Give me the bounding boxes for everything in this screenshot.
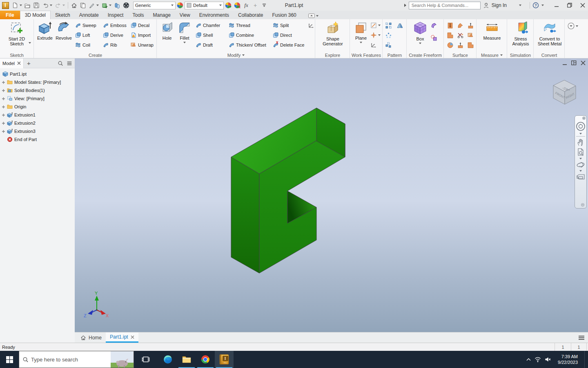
ribbon-collapse-button[interactable]	[568, 22, 578, 29]
parameters-fx-button[interactable]: fx	[242, 1, 251, 9]
taskbar-chrome-button[interactable]	[196, 351, 215, 368]
stress-analysis-button[interactable]: Stress Analysis	[510, 21, 531, 46]
delete-face-button[interactable]: xDelete Face	[273, 41, 304, 49]
taskbar-search-input[interactable]	[29, 357, 111, 363]
thread-button[interactable]: Thread	[229, 22, 250, 29]
work-point-button[interactable]	[371, 31, 381, 39]
update-button[interactable]	[100, 1, 109, 9]
derive-button[interactable]: Derive	[103, 31, 123, 39]
pan-hand-icon[interactable]	[577, 138, 585, 146]
browser-tab-model[interactable]: Model	[0, 58, 24, 68]
search-box-daily-image[interactable]	[111, 351, 134, 368]
doc-tab-home[interactable]: Home	[76, 332, 106, 343]
sign-in-button[interactable]: Sign In	[492, 2, 507, 8]
navbar-options-icon[interactable]	[576, 203, 585, 207]
taskbar-edge-button[interactable]	[158, 351, 177, 368]
look-at-icon[interactable]	[576, 173, 585, 181]
unwrap-button[interactable]: Unwrap	[131, 41, 154, 49]
tab-manage[interactable]: Manage	[148, 11, 175, 19]
move-bodies-button[interactable]	[308, 22, 314, 29]
volume-muted-icon[interactable]	[544, 356, 551, 363]
work-point-caret[interactable]	[378, 34, 381, 36]
tree-item-origin[interactable]: Origin	[0, 103, 75, 111]
taskbar-inventor-button[interactable]: IPRO	[215, 351, 234, 368]
app-logo-icon[interactable]: I	[0, 1, 11, 9]
tree-item-model-states[interactable]: Model States: [Primary]	[0, 78, 75, 86]
panel-modify-label[interactable]: Modify	[157, 53, 315, 58]
show-desktop-button[interactable]	[584, 351, 586, 368]
expander-icon[interactable]	[2, 81, 5, 84]
loft-button[interactable]: Loft	[75, 31, 90, 39]
expander-icon[interactable]	[2, 121, 5, 125]
surface-extend-button[interactable]	[468, 22, 474, 29]
measure-button[interactable]: Measure	[482, 21, 502, 40]
tree-item-end-of-part[interactable]: End of Part	[0, 135, 75, 144]
surface-replace-face-button[interactable]	[468, 31, 474, 39]
measure-quick-button[interactable]	[113, 1, 122, 9]
tab-environments[interactable]: Environments	[195, 11, 234, 19]
orbit-icon[interactable]	[576, 161, 585, 168]
tab-inspect[interactable]: Inspect	[103, 11, 128, 19]
start-2d-sketch-button[interactable]: Start 2D Sketch	[4, 21, 29, 46]
thicken-offset-button[interactable]: Thicken/ Offset	[229, 41, 266, 49]
panel-work-features-label[interactable]: Work Features	[350, 53, 382, 58]
browser-menu-icon[interactable]	[67, 61, 72, 66]
expander-icon[interactable]	[2, 97, 5, 101]
copy-button[interactable]	[78, 1, 87, 9]
expander-icon[interactable]	[2, 113, 5, 117]
mirror-button[interactable]	[397, 22, 403, 29]
help-caret[interactable]	[541, 4, 544, 6]
navigation-wheel-caret[interactable]	[579, 133, 582, 135]
surface-thicken-button[interactable]	[457, 41, 463, 49]
coil-button[interactable]: Coil	[75, 41, 90, 49]
taskbar-search-box[interactable]	[19, 351, 134, 368]
panel-measure-label[interactable]: Measure	[477, 53, 507, 58]
tree-item-solid-bodies[interactable]: Solid Bodies(1)	[0, 86, 75, 94]
rib-button[interactable]: Rib	[103, 41, 117, 49]
panel-sketch-label[interactable]: Sketch	[0, 53, 33, 58]
direct-button[interactable]: Direct	[273, 31, 292, 39]
tab-collaborate[interactable]: Collaborate	[234, 11, 267, 19]
minimize-button[interactable]	[551, 1, 562, 10]
material-wheel-icon[interactable]	[176, 1, 185, 9]
redo-caret[interactable]	[62, 4, 65, 6]
open-button[interactable]	[23, 1, 32, 9]
browser-tab-close-icon[interactable]	[17, 61, 21, 65]
appearance-select[interactable]: Default	[185, 2, 224, 9]
tab-sketch[interactable]: Sketch	[51, 11, 75, 19]
customize-qat-caret[interactable]	[260, 1, 269, 9]
panel-create-label[interactable]: Create	[34, 53, 156, 58]
tab-tools[interactable]: Tools	[128, 11, 148, 19]
tab-annotate[interactable]: Annotate	[75, 11, 103, 19]
work-axis-button[interactable]	[371, 22, 381, 29]
viewport-close-icon[interactable]	[581, 61, 586, 65]
doc-tabs-menu-icon[interactable]	[578, 335, 585, 341]
taskbar-explorer-button[interactable]	[177, 351, 196, 368]
help-search-input[interactable]	[409, 2, 481, 9]
clear-appearance-icon[interactable]: x	[233, 1, 242, 9]
panel-pattern-label[interactable]: Pattern	[383, 53, 406, 58]
appearance-wheel-icon[interactable]	[122, 1, 131, 9]
plane-caret[interactable]	[360, 42, 362, 43]
freeform-box-button[interactable]: Box	[412, 21, 428, 44]
tree-item-part[interactable]: Part1.ipt	[0, 70, 75, 78]
work-axis-caret[interactable]	[378, 25, 381, 26]
doc-tab-close-icon[interactable]	[131, 335, 134, 339]
tab-3d-model[interactable]: 3D Model	[20, 11, 51, 19]
shell-button[interactable]: Shell	[196, 31, 213, 39]
undo-caret[interactable]	[50, 4, 52, 6]
surface-boundary-patch-button[interactable]	[447, 31, 453, 39]
save-button[interactable]	[32, 1, 41, 9]
surface-trim-button[interactable]	[457, 31, 463, 39]
surface-fit-mesh-button[interactable]	[468, 41, 474, 49]
fillet-caret[interactable]	[183, 42, 186, 43]
tray-expand-icon[interactable]	[526, 357, 531, 361]
panel-explore-label[interactable]: Explore	[316, 53, 350, 58]
tab-view[interactable]: View	[175, 11, 195, 19]
freeform-convert-button[interactable]	[431, 34, 437, 41]
convert-sheet-metal-button[interactable]: Convert to Sheet Metal	[536, 21, 564, 46]
navbar-close-icon[interactable]	[576, 117, 586, 120]
taskbar-clock[interactable]: 7:39 AM 9/22/2023	[555, 354, 581, 365]
search-expand-arrow[interactable]	[404, 4, 406, 7]
tab-file[interactable]: File	[0, 11, 20, 19]
